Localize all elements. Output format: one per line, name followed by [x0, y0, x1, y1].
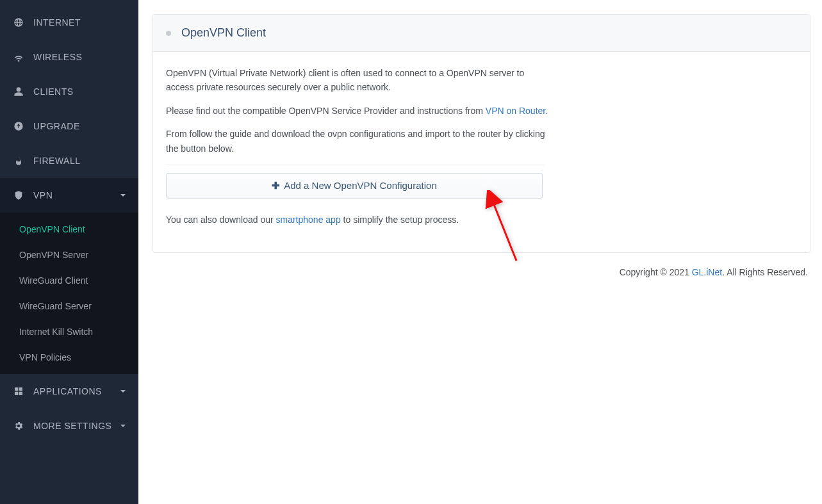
panel-body: OpenVPN (Virtual Private Network) client… — [153, 52, 810, 252]
subnav-vpn-policies[interactable]: VPN Policies — [0, 345, 138, 370]
chevron-down-icon — [120, 425, 126, 427]
sidebar-item-label: FIREWALL — [33, 156, 126, 166]
sidebar-item-label: INTERNET — [33, 17, 126, 28]
sidebar-item-upgrade[interactable]: UPGRADE — [0, 109, 138, 143]
flame-icon — [13, 155, 24, 167]
provider-text: Please find out the compatible OpenVPN S… — [166, 104, 550, 118]
subnav-kill-switch[interactable]: Internet Kill Switch — [0, 319, 138, 345]
upload-circle-icon — [13, 120, 24, 132]
add-button-label: Add a New OpenVPN Configuration — [284, 180, 436, 191]
sidebar-item-label: UPGRADE — [33, 121, 126, 131]
add-openvpn-config-button[interactable]: ✚ Add a New OpenVPN Configuration — [166, 173, 543, 199]
main-content: OpenVPN Client OpenVPN (Virtual Private … — [138, 0, 822, 504]
footer: Copyright © 2021 GL.iNet. All Rights Res… — [138, 253, 822, 277]
subnav-openvpn-client[interactable]: OpenVPN Client — [0, 216, 138, 242]
user-icon — [13, 86, 24, 97]
sidebar-item-applications[interactable]: APPLICATIONS — [0, 374, 138, 409]
sidebar-item-label: WIRELESS — [33, 52, 126, 62]
sidebar-item-label: CLIENTS — [33, 86, 126, 97]
plus-icon: ✚ — [272, 180, 280, 191]
intro-text: OpenVPN (Virtual Private Network) client… — [166, 66, 550, 95]
glinet-link[interactable]: GL.iNet — [692, 267, 722, 277]
shield-icon — [13, 190, 24, 201]
smartphone-app-link[interactable]: smartphone app — [276, 215, 341, 225]
sidebar: INTERNET WIRELESS CLIENTS UPGRADE FIREWA… — [0, 0, 138, 504]
wifi-icon — [13, 51, 24, 63]
sidebar-item-wireless[interactable]: WIRELESS — [0, 40, 138, 74]
sidebar-item-more-settings[interactable]: MORE SETTINGS — [0, 409, 138, 443]
vpn-submenu: OpenVPN Client OpenVPN Server WireGuard … — [0, 213, 138, 374]
sidebar-item-firewall[interactable]: FIREWALL — [0, 143, 138, 178]
sidebar-item-vpn[interactable]: VPN — [0, 178, 138, 213]
vpn-on-router-link[interactable]: VPN on Router — [486, 106, 545, 116]
sidebar-item-clients[interactable]: CLIENTS — [0, 74, 138, 109]
subnav-wireguard-server[interactable]: WireGuard Server — [0, 293, 138, 319]
gear-icon — [13, 420, 24, 432]
chevron-down-icon — [120, 194, 126, 197]
chevron-down-icon — [120, 390, 126, 393]
sidebar-item-label: APPLICATIONS — [33, 386, 117, 396]
smartphone-app-text: You can also download our smartphone app… — [166, 213, 550, 227]
subnav-openvpn-server[interactable]: OpenVPN Server — [0, 242, 138, 268]
divider — [166, 165, 544, 165]
status-dot-icon — [166, 31, 171, 36]
openvpn-client-panel: OpenVPN Client OpenVPN (Virtual Private … — [152, 14, 810, 253]
panel-header: OpenVPN Client — [153, 15, 810, 52]
subnav-wireguard-client[interactable]: WireGuard Client — [0, 268, 138, 293]
guide-text: From follow the guide and download the o… — [166, 127, 550, 156]
page-title: OpenVPN Client — [181, 26, 266, 40]
sidebar-item-label: MORE SETTINGS — [33, 421, 117, 431]
sidebar-item-internet[interactable]: INTERNET — [0, 5, 138, 40]
sidebar-item-label: VPN — [33, 190, 117, 200]
grid-icon — [13, 386, 24, 397]
globe-icon — [13, 17, 24, 28]
